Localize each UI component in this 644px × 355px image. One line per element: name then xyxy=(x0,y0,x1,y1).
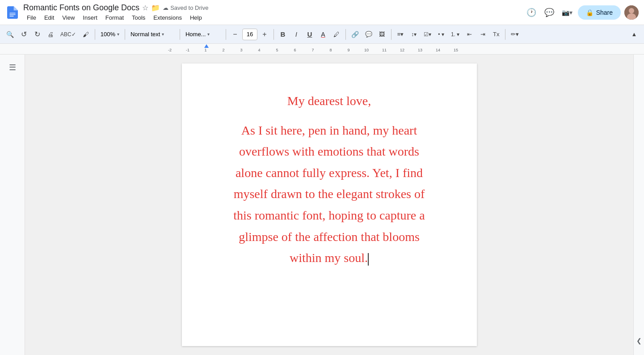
italic-button[interactable]: I xyxy=(290,27,303,42)
svg-text:13: 13 xyxy=(418,48,422,52)
star-icon[interactable]: ☆ xyxy=(142,4,148,12)
menu-tools[interactable]: Tools xyxy=(128,13,149,22)
svg-text:2: 2 xyxy=(222,48,224,52)
history-button[interactable]: 🕐 xyxy=(524,5,539,20)
separator-6 xyxy=(345,29,346,40)
spell-check-button[interactable]: ABC✓ xyxy=(58,27,79,42)
separator-2 xyxy=(125,29,125,40)
underline-label: U xyxy=(307,30,312,38)
doc-content[interactable]: My dearest love, As I sit here, pen in h… xyxy=(218,90,441,269)
svg-rect-2 xyxy=(9,16,13,16)
menu-format[interactable]: Format xyxy=(102,13,127,22)
share-button[interactable]: 🔒 Share xyxy=(578,5,621,20)
print-button[interactable]: 🖨 xyxy=(44,27,57,42)
clear-formatting-button[interactable]: Tx xyxy=(490,27,502,42)
doc-title-row: Romantic Fonts on Google Docs ☆ 📁 ☁ Save… xyxy=(23,3,521,13)
left-sidebar: ☰ xyxy=(0,55,25,355)
doc-line-7: glimpse of the affection that blooms xyxy=(218,226,441,248)
text-color-button[interactable]: A xyxy=(317,27,329,42)
numbered-list-button[interactable]: 1. ▾ xyxy=(448,27,462,42)
highlight-button[interactable]: 🖊 xyxy=(330,27,343,42)
increase-font-size-button[interactable]: + xyxy=(258,27,271,42)
doc-title[interactable]: Romantic Fonts on Google Docs xyxy=(23,3,139,13)
line-spacing-button[interactable]: ↕▾ xyxy=(408,27,420,42)
svg-text:5: 5 xyxy=(276,48,278,52)
collapse-panel-button[interactable]: ❮ xyxy=(635,335,644,346)
search-button[interactable]: 🔍 xyxy=(4,27,17,42)
insert-comment-button[interactable]: 💬 xyxy=(362,27,375,42)
saved-label: Saved to Drive xyxy=(170,4,208,11)
outline-toggle-button[interactable]: ☰ xyxy=(6,60,19,75)
separator-8 xyxy=(505,29,505,40)
menu-file[interactable]: File xyxy=(23,13,40,22)
menu-edit[interactable]: Edit xyxy=(41,13,58,22)
svg-text:-1: -1 xyxy=(186,48,189,52)
title-section: Romantic Fonts on Google Docs ☆ 📁 ☁ Save… xyxy=(23,3,521,22)
separator-3 xyxy=(180,29,180,40)
editing-mode-button[interactable]: ✏▾ xyxy=(508,27,522,42)
svg-point-4 xyxy=(629,8,634,13)
insert-link-button[interactable]: 🔗 xyxy=(349,27,362,42)
menu-view[interactable]: View xyxy=(59,13,78,22)
cursor xyxy=(368,253,369,266)
doc-line-5: myself drawn to the elegant strokes of xyxy=(218,183,441,205)
doc-line-6: this romantic font, hoping to capture a xyxy=(218,205,441,226)
paint-format-button[interactable]: 🖌 xyxy=(80,27,92,42)
page: My dearest love, As I sit here, pen in h… xyxy=(182,63,477,346)
doc-line-2: As I sit here, pen in hand, my heart xyxy=(218,120,441,141)
svg-rect-1 xyxy=(9,14,15,15)
svg-text:10: 10 xyxy=(364,48,369,52)
svg-text:12: 12 xyxy=(400,48,404,52)
doc-area[interactable]: My dearest love, As I sit here, pen in h… xyxy=(25,55,633,355)
avatar[interactable] xyxy=(624,5,639,20)
decrease-indent-button[interactable]: ⇤ xyxy=(463,27,476,42)
main: ☰ My dearest love, As I sit here, pen in… xyxy=(0,55,644,355)
insert-image-button[interactable]: 🖼 xyxy=(376,27,388,42)
font-name-arrow-icon: ▾ xyxy=(207,32,210,37)
bullet-list-button[interactable]: • ▾ xyxy=(435,27,447,42)
chat-button[interactable]: 💬 xyxy=(542,5,556,20)
alignment-button[interactable]: ≡▾ xyxy=(394,27,407,42)
decrease-font-size-button[interactable]: − xyxy=(229,27,241,42)
svg-text:3: 3 xyxy=(240,48,242,52)
separator-5 xyxy=(274,29,274,40)
font-name-label: Home... xyxy=(185,31,206,38)
font-size-input[interactable] xyxy=(242,29,257,40)
menu-insert[interactable]: Insert xyxy=(79,13,101,22)
redo-button[interactable]: ↻ xyxy=(31,27,43,42)
zoom-value: 100% xyxy=(101,31,115,38)
header-right: 🕐 💬 📷▾ 🔒 Share xyxy=(524,5,639,20)
zoom-select[interactable]: 100% ▾ xyxy=(98,27,122,42)
svg-text:-2: -2 xyxy=(168,48,172,52)
text-style-select[interactable]: Normal text ▾ xyxy=(128,27,177,42)
collapse-toolbar-button[interactable]: ▲ xyxy=(628,27,640,42)
italic-label: I xyxy=(295,30,297,38)
text-style-label: Normal text xyxy=(130,31,160,38)
doc-line-8: within my soul. xyxy=(218,247,441,269)
doc-line-4: alone cannot fully express. Yet, I find xyxy=(218,162,441,184)
lock-icon: 🔒 xyxy=(586,9,593,16)
svg-rect-0 xyxy=(9,13,15,13)
folder-icon[interactable]: 📁 xyxy=(151,4,160,12)
svg-text:4: 4 xyxy=(258,48,260,52)
checklist-button[interactable]: ☑▾ xyxy=(421,27,434,42)
svg-text:1: 1 xyxy=(204,48,206,52)
svg-text:9: 9 xyxy=(347,48,349,52)
undo-button[interactable]: ↺ xyxy=(17,27,30,42)
menu-bar: File Edit View Insert Format Tools Exten… xyxy=(23,13,521,22)
meet-button[interactable]: 📷▾ xyxy=(560,5,574,20)
menu-help[interactable]: Help xyxy=(186,13,206,22)
font-name-select[interactable]: Home... ▾ xyxy=(183,27,223,42)
svg-text:6: 6 xyxy=(294,48,296,52)
menu-extensions[interactable]: Extensions xyxy=(150,13,185,22)
separator-4 xyxy=(226,29,226,40)
svg-text:7: 7 xyxy=(311,48,314,52)
svg-text:15: 15 xyxy=(454,48,458,52)
underline-button[interactable]: U xyxy=(303,27,316,42)
svg-text:11: 11 xyxy=(382,48,387,52)
bold-button[interactable]: B xyxy=(277,27,289,42)
svg-text:8: 8 xyxy=(329,48,332,52)
saved-badge: ☁ Saved to Drive xyxy=(163,4,208,11)
increase-indent-button[interactable]: ⇥ xyxy=(476,27,489,42)
svg-rect-6 xyxy=(0,44,644,54)
